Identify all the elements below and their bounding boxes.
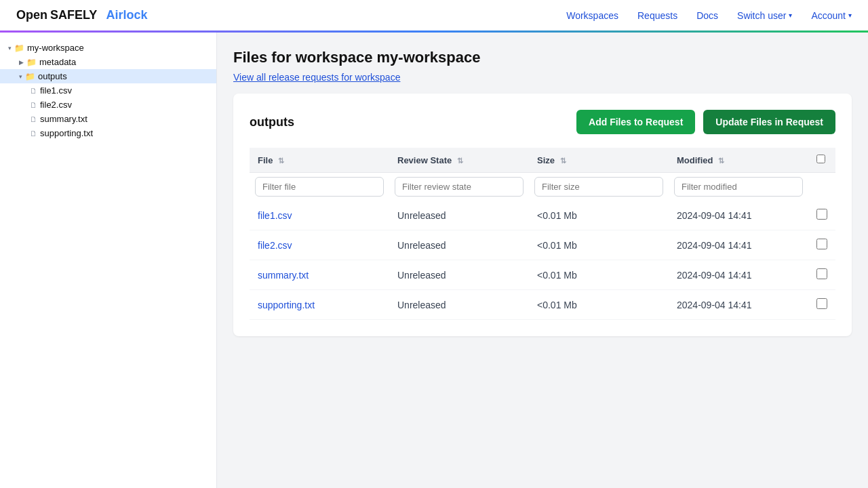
sidebar: ▾ 📁 my-workspace ▶ 📁 metadata ▾ 📁 output… xyxy=(0,33,217,488)
main-content: Files for workspace my-workspace View al… xyxy=(217,33,868,488)
cell-review-state-0: Unreleased xyxy=(389,201,529,230)
navbar: OpenSAFELY Airlock Workspaces Requests D… xyxy=(0,0,868,33)
view-requests-link[interactable]: View all release requests for workspace xyxy=(233,72,400,83)
cell-size-3: <0.01 Mb xyxy=(529,290,669,320)
files-table: File ⇅ Review State ⇅ Size ⇅ Modified xyxy=(250,148,835,320)
select-all-checkbox[interactable] xyxy=(816,155,825,163)
folder-icon: 📁 xyxy=(26,58,37,67)
card-actions: Add Files to Request Update Files in Req… xyxy=(576,110,835,134)
sort-icon-size: ⇅ xyxy=(560,157,566,165)
cell-size-0: <0.01 Mb xyxy=(529,201,669,230)
update-files-button[interactable]: Update Files in Request xyxy=(703,110,835,134)
filter-file-input[interactable] xyxy=(255,177,384,197)
file-link-2[interactable]: summary.txt xyxy=(258,270,309,281)
chevron-right-icon: ▶ xyxy=(19,59,24,66)
page-title: Files for workspace my-workspace xyxy=(233,49,852,66)
folder-icon: 📁 xyxy=(14,43,24,53)
row-checkbox-3[interactable] xyxy=(816,298,827,309)
files-card: outputs Add Files to Request Update File… xyxy=(233,94,852,336)
cell-file-1: file2.csv xyxy=(250,230,389,260)
account-chevron-icon: ▾ xyxy=(848,12,852,19)
switch-user-chevron-icon: ▾ xyxy=(789,12,792,19)
filter-size-input[interactable] xyxy=(534,177,663,197)
col-select-all xyxy=(808,148,835,173)
file-link-3[interactable]: supporting.txt xyxy=(258,300,315,310)
sidebar-item-metadata[interactable]: ▶ 📁 metadata xyxy=(0,55,216,69)
col-modified[interactable]: Modified ⇅ xyxy=(669,148,808,173)
filter-modified-cell xyxy=(669,173,808,201)
brand-logo: OpenSAFELY Airlock xyxy=(16,8,147,22)
cell-file-3: supporting.txt xyxy=(250,290,389,320)
nav-docs[interactable]: Docs xyxy=(696,10,718,21)
col-size[interactable]: Size ⇅ xyxy=(529,148,669,173)
nav-workspaces[interactable]: Workspaces xyxy=(566,10,618,21)
page-subtitle: View all release requests for workspace xyxy=(233,72,852,83)
table-filter-row xyxy=(250,173,835,201)
chevron-down-icon: ▾ xyxy=(8,45,12,52)
cell-modified-0: 2024-09-04 14:41 xyxy=(669,201,808,230)
table-row: supporting.txt Unreleased <0.01 Mb 2024-… xyxy=(250,290,835,320)
page-layout: ▾ 📁 my-workspace ▶ 📁 metadata ▾ 📁 output… xyxy=(0,33,868,488)
cell-modified-3: 2024-09-04 14:41 xyxy=(669,290,808,320)
sort-icon-modified: ⇅ xyxy=(718,157,724,165)
col-file[interactable]: File ⇅ xyxy=(250,148,389,173)
row-checkbox-2[interactable] xyxy=(816,268,827,279)
file-icon: 🗋 xyxy=(30,101,37,109)
cell-checkbox-0 xyxy=(808,201,835,230)
sidebar-item-outputs[interactable]: ▾ 📁 outputs xyxy=(0,69,216,83)
cell-modified-2: 2024-09-04 14:41 xyxy=(669,260,808,290)
filter-review-state-input[interactable] xyxy=(395,177,524,197)
sidebar-item-file2-csv[interactable]: 🗋 file2.csv xyxy=(0,98,216,112)
nav-account[interactable]: Account ▾ xyxy=(811,10,852,21)
filter-review-state-cell xyxy=(389,173,529,201)
table-row: summary.txt Unreleased <0.01 Mb 2024-09-… xyxy=(250,260,835,290)
nav-requests[interactable]: Requests xyxy=(637,10,677,21)
table-row: file1.csv Unreleased <0.01 Mb 2024-09-04… xyxy=(250,201,835,230)
cell-file-2: summary.txt xyxy=(250,260,389,290)
col-review-state[interactable]: Review State ⇅ xyxy=(389,148,529,173)
folder-title: outputs xyxy=(250,115,294,129)
brand-safely: SAFELY xyxy=(50,8,97,22)
cell-review-state-1: Unreleased xyxy=(389,230,529,260)
card-header: outputs Add Files to Request Update File… xyxy=(250,110,835,134)
sidebar-item-file1-csv[interactable]: 🗋 file1.csv xyxy=(0,83,216,98)
filter-modified-input[interactable] xyxy=(674,177,803,197)
sort-icon-file: ⇅ xyxy=(278,157,284,165)
filter-checkbox-cell xyxy=(808,173,835,201)
filter-file-cell xyxy=(250,173,389,201)
cell-size-1: <0.01 Mb xyxy=(529,230,669,260)
add-files-button[interactable]: Add Files to Request xyxy=(576,110,695,134)
file-icon: 🗋 xyxy=(30,87,37,95)
brand-airlock: Airlock xyxy=(106,8,147,22)
file-icon: 🗋 xyxy=(30,129,37,138)
table-body: file1.csv Unreleased <0.01 Mb 2024-09-04… xyxy=(250,201,835,320)
table-header-row: File ⇅ Review State ⇅ Size ⇅ Modified xyxy=(250,148,835,173)
file-icon: 🗋 xyxy=(30,115,37,123)
folder-icon: 📁 xyxy=(25,72,35,81)
table-row: file2.csv Unreleased <0.01 Mb 2024-09-04… xyxy=(250,230,835,260)
filter-size-cell xyxy=(529,173,669,201)
nav-links: Workspaces Requests Docs Switch user ▾ A… xyxy=(566,10,852,21)
cell-review-state-2: Unreleased xyxy=(389,260,529,290)
file-link-0[interactable]: file1.csv xyxy=(258,210,292,221)
cell-checkbox-2 xyxy=(808,260,835,290)
file-link-1[interactable]: file2.csv xyxy=(258,240,292,251)
row-checkbox-0[interactable] xyxy=(816,209,827,220)
row-checkbox-1[interactable] xyxy=(816,239,827,249)
sidebar-item-supporting-txt[interactable]: 🗋 supporting.txt xyxy=(0,126,216,140)
sidebar-item-my-workspace[interactable]: ▾ 📁 my-workspace xyxy=(0,41,216,55)
cell-review-state-3: Unreleased xyxy=(389,290,529,320)
sort-icon-review-state: ⇅ xyxy=(457,157,463,165)
cell-checkbox-1 xyxy=(808,230,835,260)
sidebar-item-summary-txt[interactable]: 🗋 summary.txt xyxy=(0,112,216,126)
cell-file-0: file1.csv xyxy=(250,201,389,230)
nav-switch-user[interactable]: Switch user ▾ xyxy=(737,10,792,21)
brand-open: Open xyxy=(16,8,47,22)
chevron-down-icon: ▾ xyxy=(19,73,22,80)
cell-checkbox-3 xyxy=(808,290,835,320)
cell-modified-1: 2024-09-04 14:41 xyxy=(669,230,808,260)
cell-size-2: <0.01 Mb xyxy=(529,260,669,290)
